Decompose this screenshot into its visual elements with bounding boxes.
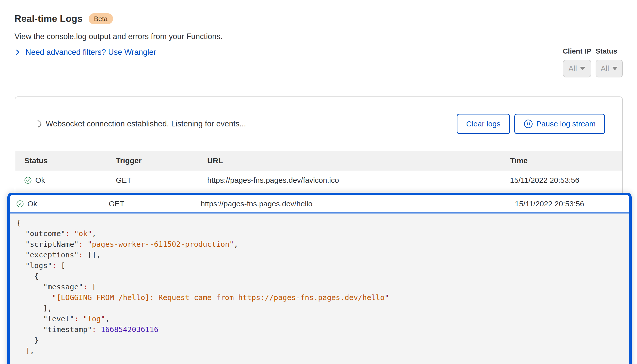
code-line: "level": "log",	[17, 313, 629, 324]
stream-actions: Clear logs Pause log stream	[457, 114, 605, 134]
column-header-status: Status	[24, 156, 116, 165]
column-header-trigger: Trigger	[116, 156, 207, 165]
code-line: ],	[17, 345, 629, 356]
pause-log-stream-button[interactable]: Pause log stream	[514, 114, 605, 134]
status-filter-value: All	[601, 64, 609, 73]
wrangler-link-text[interactable]: Need advanced filters? Use Wrangler	[25, 48, 156, 57]
time-cell: 15/11/2022 20:53:56	[515, 200, 629, 208]
code-line: "timestamp": 1668542036116	[17, 324, 629, 335]
pause-icon	[524, 119, 533, 128]
client-ip-filter: Client IP All	[563, 47, 591, 77]
log-row-favicon[interactable]: Ok GET https://pages-fns.pages.dev/favic…	[15, 171, 622, 190]
chevron-down-icon	[612, 67, 618, 70]
page-title: Real-time Logs	[14, 13, 83, 24]
beta-badge: Beta	[89, 13, 113, 24]
code-line: "exceptions": [],	[17, 250, 629, 260]
client-ip-value: All	[568, 64, 577, 73]
code-line: "outcome": "ok",	[17, 228, 629, 239]
url-cell: https://pages-fns.pages.dev/hello	[201, 200, 515, 208]
column-header-time: Time	[510, 156, 622, 165]
page-subtitle: View the console.log output and errors f…	[14, 32, 223, 41]
wrangler-link[interactable]: Need advanced filters? Use Wrangler	[14, 48, 156, 57]
code-line: "message": [	[17, 282, 629, 292]
clear-logs-button[interactable]: Clear logs	[457, 114, 510, 134]
expanded-row-header[interactable]: Ok GET https://pages-fns.pages.dev/hello…	[10, 195, 629, 213]
chevron-right-icon	[14, 49, 21, 56]
code-line: }	[17, 335, 629, 345]
expanded-log-row: Ok GET https://pages-fns.pages.dev/hello…	[7, 193, 632, 364]
loading-spinner-icon	[33, 119, 43, 129]
status-cell: Ok	[24, 176, 116, 185]
status-filter: Status All	[596, 47, 623, 77]
code-line: {	[17, 271, 629, 282]
stream-status-message: Websocket connection established. Listen…	[46, 119, 246, 128]
ok-check-circle-icon	[17, 200, 24, 207]
url-cell: https://pages-fns.pages.dev/favicon.ico	[207, 176, 510, 185]
page-header: Real-time Logs Beta	[14, 13, 113, 24]
chevron-down-icon	[580, 67, 585, 70]
client-ip-dropdown[interactable]: All	[563, 60, 591, 77]
code-line: "[LOGGING FROM /hello]: Request came fro…	[17, 292, 629, 303]
status-dropdown[interactable]: All	[596, 60, 623, 77]
status-cell: Ok	[17, 200, 109, 208]
realtime-logs-page: Real-time Logs Beta View the console.log…	[0, 0, 637, 364]
trigger-cell: GET	[109, 200, 201, 208]
clear-logs-label: Clear logs	[466, 120, 500, 128]
status-value: Ok	[27, 200, 37, 208]
code-line: ],	[17, 303, 629, 313]
trigger-cell: GET	[116, 176, 207, 185]
status-filter-label: Status	[596, 47, 623, 55]
ok-check-circle-icon	[24, 177, 31, 184]
code-line: "scriptName": "pages-worker--611502-prod…	[17, 239, 629, 250]
stream-status-bar: Websocket connection established. Listen…	[15, 97, 622, 151]
code-line: {	[17, 218, 629, 228]
log-table-header: Status Trigger URL Time	[15, 151, 622, 171]
client-ip-label: Client IP	[563, 47, 591, 55]
code-line: "logs": [	[17, 260, 629, 271]
status-value: Ok	[35, 176, 45, 185]
time-cell: 15/11/2022 20:53:56	[510, 176, 622, 185]
log-json-view: { "outcome": "ok", "scriptName": "pages-…	[10, 213, 629, 364]
filters: Client IP All Status All	[563, 47, 623, 77]
column-header-url: URL	[207, 156, 510, 165]
pause-log-stream-label: Pause log stream	[536, 120, 596, 128]
